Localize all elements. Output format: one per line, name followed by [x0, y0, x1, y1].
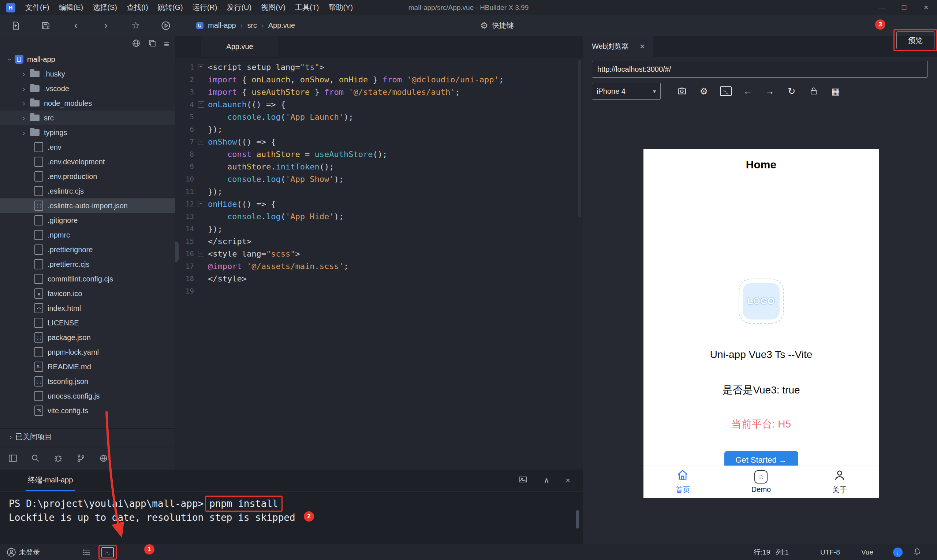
tree-item[interactable]: ›src: [0, 111, 175, 125]
chevron-right-icon[interactable]: ›: [19, 99, 29, 108]
chevron-right-icon[interactable]: ›: [19, 70, 29, 78]
fold-marker[interactable]: −: [194, 64, 208, 70]
menu-item-2[interactable]: 选择(S): [88, 0, 122, 15]
maximize-button[interactable]: □: [893, 0, 915, 15]
back-arrow-icon[interactable]: ←: [737, 86, 759, 97]
run-icon[interactable]: [155, 20, 177, 31]
tree-item[interactable]: .env: [0, 140, 175, 154]
breadcrumb-item-1[interactable]: src: [247, 21, 257, 30]
editor-scrollbar[interactable]: [578, 60, 581, 217]
tree-item[interactable]: pnpm-lock.yaml: [0, 345, 175, 359]
menu-item-6[interactable]: 发行(U): [222, 0, 256, 15]
tree-item[interactable]: .npmrc: [0, 228, 175, 242]
tree-item[interactable]: <>index.html: [0, 301, 175, 315]
close-button[interactable]: ×: [915, 0, 937, 15]
lock-icon[interactable]: [803, 87, 825, 95]
terminal-output[interactable]: PS D:\project\youlai\app\mall-app> pnpm …: [0, 492, 583, 525]
breadcrumb-item-0[interactable]: mall-app: [208, 21, 236, 30]
menu-item-1[interactable]: 编辑(E): [54, 0, 88, 15]
collapse-panel-icon[interactable]: ∧: [543, 476, 549, 485]
fold-marker[interactable]: −: [194, 251, 208, 257]
back-icon[interactable]: ‹: [65, 20, 86, 31]
update-icon[interactable]: ↓: [893, 548, 903, 557]
menu-item-8[interactable]: 工具(T): [290, 0, 324, 15]
fold-marker[interactable]: −: [194, 102, 208, 108]
favorite-icon[interactable]: ☆: [125, 20, 146, 31]
tree-item[interactable]: [ ]tsconfig.json: [0, 374, 175, 389]
tree-item[interactable]: .prettierrc.cjs: [0, 257, 175, 272]
console-icon[interactable]: >_: [715, 86, 737, 96]
fold-marker[interactable]: −: [194, 201, 208, 207]
refresh-icon[interactable]: ↻: [781, 86, 803, 97]
tree-item[interactable]: ›.husky: [0, 67, 175, 81]
tree-item[interactable]: TSvite.config.ts: [0, 403, 175, 418]
search-icon[interactable]: [31, 454, 40, 465]
code-area[interactable]: 1−<script setup lang="ts">2import { onLa…: [175, 57, 583, 469]
close-terminal-icon[interactable]: ×: [566, 476, 570, 485]
tree-item[interactable]: .gitignore: [0, 213, 175, 228]
tree-item[interactable]: M↓README.md: [0, 359, 175, 374]
new-file-icon[interactable]: [5, 21, 26, 31]
source-control-icon[interactable]: [76, 454, 86, 465]
tree-item[interactable]: unocss.config.js: [0, 389, 175, 403]
menu-item-9[interactable]: 帮助(Y): [323, 0, 358, 15]
forward-arrow-icon[interactable]: →: [759, 86, 781, 97]
avatar-icon[interactable]: [6, 548, 16, 557]
web-icon[interactable]: [132, 39, 140, 49]
chevron-right-icon[interactable]: ›: [19, 85, 29, 93]
address-bar[interactable]: http://localhost:3000/#/: [592, 61, 928, 78]
outline-icon[interactable]: [82, 548, 91, 557]
tree-item[interactable]: .prettierignore: [0, 242, 175, 257]
language-mode[interactable]: Vue: [861, 548, 873, 556]
tree-item[interactable]: ›node_modules: [0, 96, 175, 111]
screenshot-icon[interactable]: [519, 475, 528, 486]
shortcut-keys[interactable]: ⚙ 快捷键: [480, 15, 514, 36]
fold-minus-icon[interactable]: −: [198, 201, 204, 207]
save-icon[interactable]: [35, 21, 56, 31]
breadcrumb-item-2[interactable]: App.vue: [268, 21, 295, 30]
menu-item-3[interactable]: 查找(I): [122, 0, 153, 15]
settings-gear-icon[interactable]: ⚙: [693, 86, 715, 97]
chevron-down-icon[interactable]: ›: [6, 55, 14, 64]
tree-item[interactable]: commitlint.config.cjs: [0, 272, 175, 286]
fold-minus-icon[interactable]: −: [198, 139, 204, 145]
tree-item[interactable]: ›typings: [0, 125, 175, 140]
minimize-button[interactable]: —: [871, 0, 893, 15]
tree-item[interactable]: [ ].eslintrc-auto-import.json: [0, 198, 175, 213]
app-tab-2[interactable]: 关于: [800, 466, 879, 498]
forward-icon[interactable]: ›: [95, 20, 116, 31]
fold-marker[interactable]: −: [194, 139, 208, 145]
cursor-column[interactable]: 列:1: [776, 548, 789, 557]
tree-item[interactable]: LICENSE: [0, 315, 175, 330]
encoding[interactable]: UTF-8: [820, 548, 840, 556]
hamburger-menu-icon[interactable]: ≡: [164, 39, 169, 49]
tree-item[interactable]: .eslintrc.cjs: [0, 184, 175, 198]
sidebar-collapse-handle[interactable]: [175, 242, 178, 262]
menu-item-7[interactable]: 视图(V): [256, 0, 290, 15]
files-panel-icon[interactable]: [8, 454, 18, 465]
preview-button[interactable]: 预览: [896, 31, 934, 49]
copy-icon[interactable]: [148, 39, 157, 49]
tree-root[interactable]: ›mall-app: [0, 52, 175, 67]
terminal-scrollbar[interactable]: [576, 510, 579, 529]
tree-item[interactable]: ▣favicon.ico: [0, 286, 175, 301]
chevron-right-icon[interactable]: ›: [19, 114, 29, 122]
qrcode-icon[interactable]: ▦: [825, 86, 846, 97]
browser-tab[interactable]: Web浏览器 ×: [583, 36, 653, 57]
menu-item-4[interactable]: 跳转(G): [153, 0, 188, 15]
capture-icon[interactable]: [671, 86, 693, 96]
fold-minus-icon[interactable]: −: [198, 251, 204, 257]
chevron-right-icon[interactable]: ›: [19, 128, 29, 137]
close-browser-icon[interactable]: ×: [640, 42, 645, 52]
plugins-icon[interactable]: [99, 454, 108, 465]
tree-item[interactable]: .env.development: [0, 154, 175, 169]
closed-projects-row[interactable]: › 已关闭项目: [0, 428, 175, 445]
menu-item-5[interactable]: 运行(R): [188, 0, 222, 15]
notifications-bell-icon[interactable]: [913, 547, 922, 558]
login-status[interactable]: 未登录: [19, 548, 40, 557]
debug-icon[interactable]: [54, 454, 63, 465]
app-tab-0[interactable]: 首页: [643, 466, 722, 498]
menu-item-0[interactable]: 文件(F): [20, 0, 54, 15]
tree-item[interactable]: [ ]package.json: [0, 330, 175, 345]
app-tab-1[interactable]: ☆Demo: [722, 466, 800, 498]
